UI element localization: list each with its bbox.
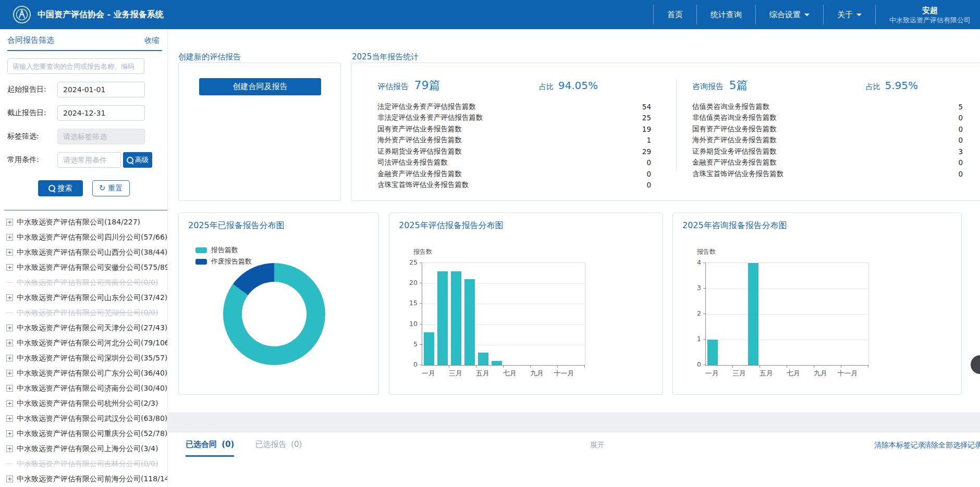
stat-row: 证券期货业务评估报告篇数3 — [692, 146, 963, 157]
branch-line — [6, 313, 13, 313]
stat-row: 非估值类咨询业务报告篇数0 — [692, 113, 963, 124]
company-tree-item[interactable]: +中水致远资产评估有限公司安徽分公司(575/893) — [6, 260, 167, 275]
expand-icon[interactable]: + — [6, 476, 13, 482]
nav-item-label: 首页 — [667, 10, 683, 20]
create-contract-report-button[interactable]: 创建合同及报告 — [199, 78, 321, 95]
company-tree-item[interactable]: +中水致远资产评估有限公司广东分公司(36/40) — [6, 366, 167, 381]
y-tick-label: 10 — [389, 320, 418, 328]
nav-item-label: 关于 — [837, 10, 853, 20]
company-tree-item[interactable]: +中水致远资产评估有限公司山西分公司(38/44) — [6, 245, 167, 260]
stat-label: 含珠宝首饰评估业务报告篇数 — [692, 169, 784, 179]
company-name: 中水致远资产评估有限公司山东分公司(37/42) — [17, 293, 167, 303]
company-name: 中水致远资产评估有限公司深圳分公司(35/57) — [17, 354, 167, 363]
expand-icon[interactable]: + — [6, 430, 13, 437]
stat-value: 3 — [958, 147, 963, 156]
end-date-label: 截止报告日: — [7, 108, 57, 118]
expand-icon[interactable]: + — [6, 219, 13, 226]
company-tree-item[interactable]: +中水致远资产评估有限公司上海分公司(3/4) — [6, 441, 167, 456]
search-button[interactable]: 搜索 — [38, 180, 83, 196]
saved-condition-input[interactable] — [57, 152, 121, 168]
expand-icon[interactable]: + — [6, 385, 13, 392]
expand-icon[interactable]: + — [6, 340, 13, 346]
end-date-input[interactable] — [57, 105, 145, 121]
chart-title: 2025年已报备报告分布图 — [188, 220, 285, 231]
expand-icon[interactable]: + — [6, 324, 13, 331]
expand-icon[interactable]: + — [6, 249, 13, 256]
stat-row: 金融资产评估业务报告篇数0 — [692, 157, 963, 169]
stat-row: 海外资产评估业务报告篇数1 — [377, 135, 651, 146]
expand-icon[interactable]: + — [6, 234, 13, 241]
x-tick-label: 五月 — [467, 369, 498, 378]
user-name: 安超 — [889, 5, 971, 16]
clear-all-selections-link[interactable]: 清除全部选择记录 — [924, 441, 980, 450]
expand-icon[interactable]: + — [6, 370, 13, 377]
keyword-search-input[interactable] — [7, 58, 144, 74]
company-name: 中水致远资产评估有限公司天津分公司(27/43) — [17, 323, 167, 333]
x-tick-label: 九月 — [521, 369, 553, 378]
filed-report-donut-card: 2025年已报备报告分布图 报告篇数 作废报告篇数 — [178, 213, 379, 395]
company-tree-item[interactable]: +中水致远资产评估有限公司济南分公司(30/40) — [6, 381, 167, 396]
stat-label: 金融资产评估业务报告篇数 — [692, 158, 777, 167]
expand-icon[interactable]: + — [6, 294, 13, 301]
reset-button[interactable]: ↻ 重置 — [92, 180, 130, 196]
tag-filter-input[interactable] — [57, 129, 145, 144]
expand-icon[interactable]: + — [6, 264, 13, 271]
company-tree-item[interactable]: +中水致远资产评估有限公司杭州分公司(2/3) — [6, 396, 167, 411]
bar — [707, 340, 718, 365]
expand-icon[interactable]: + — [6, 415, 13, 422]
tab-label: 已选报告 — [255, 440, 286, 449]
bar — [464, 279, 475, 365]
association-logo-icon — [13, 5, 31, 24]
company-tree-item: 中水致远资产评估有限公司吉林分公司(0/0) — [6, 456, 167, 471]
nav-item-settings[interactable]: 综合设置 — [756, 0, 823, 29]
branch-line — [6, 282, 13, 283]
legend-item: 作废报告篇数 — [195, 256, 252, 267]
expand-link[interactable]: 展开 — [590, 441, 605, 450]
company-tree-item[interactable]: +中水致远资产评估有限公司河北分公司(79/106) — [6, 335, 167, 351]
y-tick — [703, 365, 705, 365]
company-tree-item[interactable]: +中水致远资产评估有限公司武汉分公司(63/80) — [6, 411, 167, 426]
company-tree-item[interactable]: +中水致远资产评估有限公司深圳分公司(35/57) — [6, 351, 167, 366]
stat-value: 0 — [958, 158, 963, 167]
x-tick-label: 十一月 — [548, 369, 580, 378]
nav-item-home[interactable]: 首页 — [654, 0, 696, 29]
group-share: 占比 94.05% — [539, 79, 598, 92]
stat-label: 国有资产评估业务报告篇数 — [692, 124, 777, 134]
expand-icon[interactable]: + — [6, 355, 13, 361]
group-title: 评估报告 — [377, 82, 409, 91]
stat-row: 证券期货业务评估报告篇数29 — [377, 146, 651, 157]
appraisal-report-bar-chart-card: 2025年评估报备报告分布图 报告数 0510152025一月三月五月七月九月十… — [389, 213, 663, 395]
chevron-down-icon — [856, 14, 862, 16]
company-tree-item[interactable]: +中水致远资产评估有限公司前海分公司(118/149) — [6, 471, 167, 486]
expand-icon[interactable]: + — [6, 445, 13, 452]
user-menu[interactable]: 安超 中水致远资产评估有限公司 — [876, 5, 980, 24]
company-name: 中水致远资产评估有限公司四川分公司(57/66) — [17, 233, 167, 242]
collapse-link[interactable]: 收缩 — [144, 36, 159, 45]
company-tree-item[interactable]: +中水致远资产评估有限公司山东分公司(37/42) — [6, 290, 167, 305]
annual-stats-card: 评估报告 79篇 占比 94.05% 法定评估业务资产评估报告篇数54非法定评估… — [351, 63, 980, 201]
group-count: 5篇 — [729, 79, 748, 92]
start-date-input[interactable] — [57, 82, 145, 97]
nav-item-about[interactable]: 关于 — [824, 0, 875, 29]
nav-item-statistics[interactable]: 统计查询 — [697, 0, 755, 29]
y-tick-label: 5 — [389, 340, 418, 348]
company-tree-item[interactable]: +中水致远资产评估有限公司四川分公司(57/66) — [6, 230, 167, 245]
company-tree-item[interactable]: +中水致远资产评估有限公司重庆分公司(52/78) — [6, 426, 167, 441]
advanced-search-button[interactable]: 高级 — [123, 152, 152, 168]
legend-label: 报告篇数 — [211, 245, 238, 255]
x-tick-label: 三月 — [440, 369, 471, 378]
stat-label: 海外资产评估业务报告篇数 — [692, 135, 777, 145]
stat-value: 0 — [958, 170, 963, 178]
company-tree-item[interactable]: +中水致远资产评估有限公司天津分公司(27/43) — [6, 320, 167, 335]
company-tree-item[interactable]: +中水致远资产评估有限公司(184/227) — [6, 215, 167, 230]
x-tick-label: 七月 — [778, 369, 809, 378]
stat-value: 0 — [958, 136, 963, 144]
expand-icon[interactable]: + — [6, 400, 13, 407]
tab-selected-contracts[interactable]: 已选合同 (0) — [186, 440, 234, 457]
stat-label: 证券期货业务评估报告篇数 — [692, 147, 777, 156]
company-name: 中水致远资产评估有限公司海南分公司(0/0) — [17, 278, 158, 288]
search-label: 搜索 — [58, 184, 72, 193]
tab-selected-reports[interactable]: 已选报告 (0) — [255, 440, 302, 457]
stat-value: 0 — [958, 125, 963, 133]
clear-tab-records-link[interactable]: 清除本标签记录 — [874, 441, 925, 450]
